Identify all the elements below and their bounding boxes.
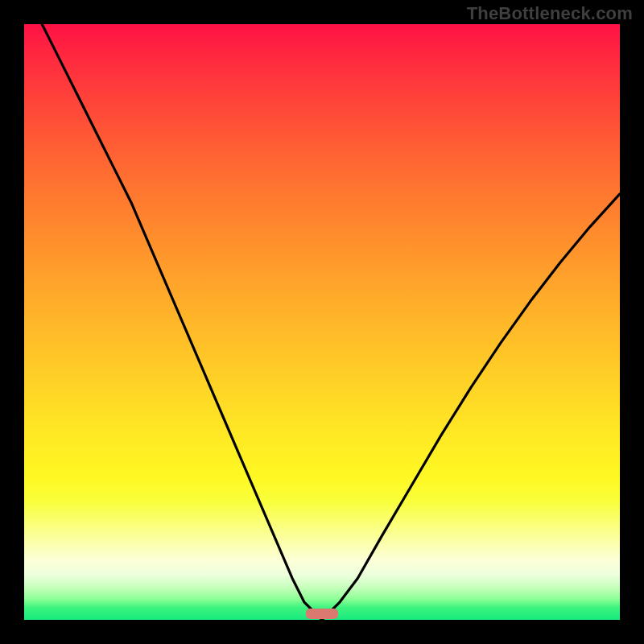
watermark-text: TheBottleneck.com <box>467 3 633 24</box>
curve-layer <box>24 24 620 620</box>
bottleneck-curve <box>24 24 620 620</box>
plot-area <box>24 24 620 620</box>
chart-frame: TheBottleneck.com <box>0 0 644 644</box>
optimum-marker <box>306 609 338 619</box>
